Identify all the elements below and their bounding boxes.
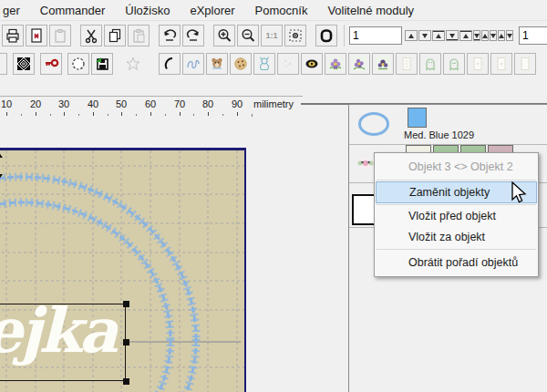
menu-separator [377, 249, 536, 250]
actual-size-button-disabled[interactable]: 1:1 [261, 25, 283, 46]
paste-special-button-disabled[interactable] [49, 25, 71, 46]
ruler-tick-label: 80 [202, 98, 213, 109]
flower-motif-icon [375, 56, 391, 72]
horizontal-ruler: 10 20 30 40 50 60 70 80 90 milimetry [0, 96, 303, 117]
mouse-pointer-icon [511, 181, 529, 205]
stitch-count-field-1[interactable] [349, 26, 402, 45]
undo-button[interactable] [159, 25, 181, 46]
step-down-button[interactable] [418, 30, 431, 41]
redo-button[interactable] [182, 25, 204, 46]
resize-vertical-cursor-icon [0, 150, 5, 181]
teddy-bear-icon [209, 56, 225, 72]
motif-page-c-button[interactable] [490, 53, 512, 75]
ruler-unit-label: milimetry [253, 98, 294, 109]
step-up-button[interactable] [405, 30, 418, 41]
stitch-count-field-2[interactable] [519, 26, 547, 45]
clipped-edge-button[interactable] [0, 53, 7, 75]
thread-color-name: Med. Blue 1029 [404, 129, 474, 140]
pale-page-icon [398, 56, 415, 72]
selection-bounding-box[interactable] [0, 304, 126, 381]
menu-separator [377, 180, 536, 181]
star-disabled-icon [125, 56, 141, 72]
motif-page-a-button[interactable] [396, 53, 418, 75]
flower-motif-icon [351, 56, 367, 72]
design-canvas[interactable]: ejka [0, 116, 246, 392]
save-design-button[interactable] [91, 53, 113, 75]
security-key-button[interactable] [40, 53, 62, 75]
menu-item-pomocnik[interactable]: Pomocník [245, 2, 318, 19]
thread-color-swatch[interactable] [408, 108, 427, 128]
next-color-button[interactable] [506, 30, 513, 41]
pdf-document-icon [28, 27, 45, 44]
scissors-icon [83, 27, 99, 44]
step-up-10-button[interactable] [432, 30, 445, 41]
jump-to-end-button[interactable] [473, 30, 480, 41]
hoop-icon [318, 27, 335, 44]
motif-flower-2-button[interactable] [348, 53, 370, 75]
menu-item-explorer[interactable]: eXplorer [180, 2, 244, 19]
pattern-fill-button[interactable] [13, 53, 35, 75]
export-pdf-button[interactable] [26, 25, 47, 46]
main-toolbar: 1:1 [0, 22, 547, 49]
menu-item-reverse-order[interactable]: Obrátit pořadí objektů [375, 251, 538, 274]
ghost-motif-icon [422, 56, 439, 72]
motif-flower-3-button[interactable] [372, 53, 394, 75]
paste-button-disabled[interactable] [128, 25, 150, 46]
cut-button[interactable] [80, 25, 102, 46]
motif-ghost-2-button[interactable] [443, 53, 465, 75]
zoom-selection-icon [287, 27, 304, 44]
menu-item-volitelne-moduly[interactable]: Volitelné moduly [317, 2, 424, 19]
hoop-button[interactable] [315, 25, 337, 46]
pale-page-icon [493, 56, 510, 72]
hoop-fabric-area[interactable]: ejka [0, 148, 246, 392]
jump-to-start-button[interactable] [459, 30, 472, 41]
motif-ghost-1-button[interactable] [419, 53, 441, 75]
clipboard-disabled-icon [52, 27, 68, 44]
outline-shape-button[interactable] [67, 53, 89, 75]
selection-handle-bottom-right[interactable] [123, 378, 129, 385]
print-button[interactable] [2, 25, 24, 46]
clipped-edge-button-right[interactable] [514, 53, 536, 75]
ruler-tick-label: 40 [88, 98, 98, 109]
step-down-10-button[interactable] [446, 30, 459, 41]
faint-motif-icon [280, 56, 296, 72]
key-icon [43, 56, 59, 72]
motif-faint-button[interactable] [277, 53, 299, 75]
motif-eye-button[interactable] [301, 53, 323, 75]
menu-item-manager[interactable]: ger [0, 2, 30, 19]
zoom-in-icon [216, 27, 232, 44]
prev-color-button[interactable] [498, 30, 505, 41]
cloud-outline-icon [70, 56, 87, 72]
zoom-out-button[interactable] [237, 25, 259, 46]
selection-handle-mid-right[interactable] [123, 339, 129, 346]
selection-handle-top-right[interactable] [123, 301, 129, 307]
zoom-in-button[interactable] [213, 25, 235, 46]
arc-stitch-icon [161, 56, 178, 72]
favorite-button-disabled[interactable] [122, 53, 144, 75]
one-to-one-icon: 1:1 [265, 31, 277, 40]
zoom-to-selection-button[interactable] [284, 25, 306, 46]
object-row-ellipse[interactable]: Med. Blue 1029 [349, 105, 547, 145]
menu-item-insert-after[interactable]: Vložit za objekt [375, 227, 538, 248]
undo-icon [161, 27, 178, 44]
motif-flower-1-button[interactable] [325, 53, 346, 75]
motif-cookie-button[interactable] [230, 53, 252, 75]
prev-object-button[interactable] [481, 30, 489, 41]
motif-teddy-button[interactable] [206, 53, 228, 75]
motif-page-b-button[interactable] [467, 53, 489, 75]
arc-stitch-button[interactable] [159, 53, 181, 75]
menu-item-insert-before[interactable]: Vložit před objekt [375, 206, 538, 227]
context-menu-header: Objekt 3 <> Objekt 2 [375, 155, 538, 179]
motif-loops-button[interactable] [182, 53, 204, 75]
ghost-motif-icon [446, 56, 462, 72]
pattern-fill-icon [15, 56, 32, 72]
next-object-button[interactable] [490, 30, 497, 41]
motif-dog-button[interactable] [253, 53, 275, 75]
pale-page-icon [470, 56, 486, 72]
copy-button[interactable] [104, 25, 126, 46]
zoom-out-icon [240, 27, 256, 44]
menu-item-commander[interactable]: Commander [30, 2, 116, 19]
ruler-tick-label: 60 [145, 98, 156, 109]
ruler-tick-label: 70 [174, 98, 185, 109]
menu-item-ulozisko[interactable]: Úložisko [115, 2, 180, 19]
